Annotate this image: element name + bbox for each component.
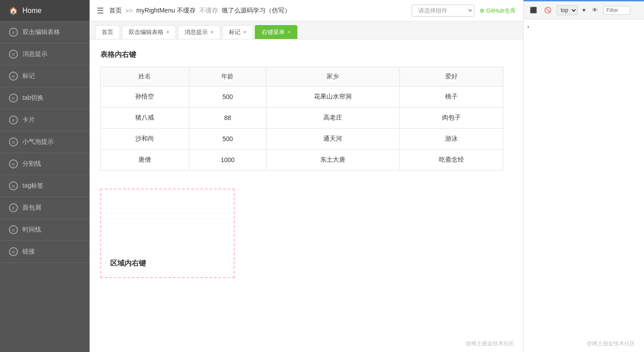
sidebar-label-link: 链接: [22, 248, 35, 256]
component-select[interactable]: 请选择组件: [412, 4, 474, 17]
sidebar-label-timeline: 时间线: [22, 226, 41, 234]
table-cell-age-2: 500: [189, 129, 266, 150]
tab-bookmark-close[interactable]: ×: [243, 29, 246, 35]
data-table: 姓名 年龄 家乡 爱好 孙悟空 500 花果山水帘洞 桃子 猪八戒 88 高老庄: [100, 67, 503, 171]
watermark: @稀土掘金技术社区: [466, 340, 514, 348]
timeline-icon: e: [9, 225, 18, 234]
devtools-eye-btn[interactable]: 👁: [590, 6, 600, 14]
devtools-panel-toggle[interactable]: ⬛: [528, 6, 539, 14]
breadcrumb-menu[interactable]: myRightMenu 不缓存: [136, 7, 195, 15]
table-col-age: 年龄: [189, 67, 266, 86]
github-icon: ⊕: [480, 7, 485, 14]
link-icon: e: [9, 247, 18, 256]
table-cell-hobby-1: 肉包子: [399, 107, 503, 129]
sidebar-label-divider: 分割线: [22, 160, 41, 168]
devtools-filter-input[interactable]: [603, 6, 630, 15]
table-cell-hobby-3: 吃斋念经: [399, 150, 503, 171]
table-cell-hobby-0: 桃子: [399, 86, 503, 107]
tab-bookmark-label: 标记: [229, 28, 240, 36]
tab-double-click-edit[interactable]: 双击编辑表格 ×: [122, 25, 176, 39]
sidebar-item-double-click-edit[interactable]: e 双击编辑表格: [0, 21, 90, 43]
github-label: GitHub仓库: [486, 7, 516, 15]
devtools-dropdown-arrow[interactable]: ▼: [581, 7, 587, 13]
table-header-row: 姓名 年龄 家乡 爱好: [101, 67, 503, 86]
tab-double-click-edit-close[interactable]: ×: [166, 29, 169, 35]
sidebar-title: Home: [22, 7, 42, 15]
table-row[interactable]: 唐僧 1000 东土大唐 吃斋念经: [101, 150, 503, 171]
card-icon: e: [9, 116, 18, 124]
sidebar-label-bubble: 小气泡提示: [22, 138, 54, 146]
top-bar: ☰ 首页 >> myRightMenu 不缓存 不缓存 饿了么源码学习（仿写） …: [90, 0, 523, 21]
divider-icon: e: [9, 159, 18, 168]
sidebar-label-message: 消息提示: [22, 50, 47, 58]
tab-double-click-edit-label: 双击编辑表格: [129, 28, 163, 36]
table-section-title: 表格内右键: [100, 50, 512, 60]
table-cell-name-3: 唐僧: [101, 150, 189, 171]
sidebar-item-link[interactable]: e 链接: [0, 241, 90, 263]
hamburger-icon[interactable]: ☰: [97, 6, 104, 16]
sidebar-item-card[interactable]: e 卡片: [0, 109, 90, 131]
sidebar-header[interactable]: 🏠 Home: [0, 0, 90, 21]
table-row[interactable]: 沙和尚 500 通天河 游泳: [101, 129, 503, 150]
github-link[interactable]: ⊕ GitHub仓库: [480, 7, 516, 15]
breadcrumb-sep2: 不缓存: [199, 7, 218, 15]
breadcrumb-home[interactable]: 首页: [109, 7, 122, 15]
breadcrumb: 首页 >> myRightMenu 不缓存 不缓存 饿了么源码学习（仿写）: [109, 7, 406, 15]
breadcrumb-sep1: >>: [125, 7, 133, 14]
tab-home-label: 首页: [102, 28, 113, 36]
sidebar-item-bookmark[interactable]: e 标记: [0, 65, 90, 87]
sidebar-label-breadcrumb: 面包屑: [22, 204, 41, 212]
tab-right-menu-label: 右键菜单: [262, 28, 285, 36]
bubble-icon: e: [9, 137, 18, 146]
tab-message-close[interactable]: ×: [210, 29, 214, 35]
sidebar-label-card: 卡片: [22, 116, 35, 124]
tab-right-menu-close[interactable]: ×: [288, 29, 291, 35]
table-col-name: 姓名: [101, 67, 189, 86]
sidebar-label-tag: tag标签: [22, 182, 43, 190]
table-cell-hometown-0: 花果山水帘洞: [266, 86, 399, 107]
table-cell-hometown-3: 东土大唐: [266, 150, 399, 171]
sidebar-item-breadcrumb[interactable]: e 面包屑: [0, 197, 90, 219]
devtools-body: ›: [524, 19, 644, 352]
tab-icon: e: [9, 94, 18, 103]
tab-home[interactable]: 首页: [95, 25, 120, 39]
breadcrumb-icon: e: [9, 203, 18, 212]
table-cell-name-2: 沙和尚: [101, 129, 189, 150]
tab-message[interactable]: 消息提示 ×: [178, 25, 220, 39]
devtools-toolbar: ⬛ 🚫 top ▼ 👁: [524, 1, 644, 19]
table-cell-age-3: 1000: [189, 150, 266, 171]
tab-bar: 首页 双击编辑表格 × 消息提示 × 标记 × 右键菜单 ×: [90, 21, 523, 39]
sidebar-item-tab[interactable]: e tab切换: [0, 87, 90, 109]
table-cell-name-0: 孙悟空: [101, 86, 189, 107]
table-row[interactable]: 猪八戒 88 高老庄 肉包子: [101, 107, 503, 129]
tab-bookmark[interactable]: 标记 ×: [222, 25, 253, 39]
table-cell-age-1: 88: [189, 107, 266, 129]
table-cell-age-0: 500: [189, 86, 266, 107]
message-icon: e: [9, 50, 18, 59]
table-cell-hobby-2: 游泳: [399, 129, 503, 150]
edit-icon: e: [9, 28, 18, 37]
dotted-area-label: 区域内右键: [110, 259, 146, 268]
devtools-expand-arrow[interactable]: ›: [527, 23, 529, 30]
table-cell-hometown-2: 通天河: [266, 129, 399, 150]
devtools-block-btn[interactable]: 🚫: [542, 6, 553, 14]
main-area: ☰ 首页 >> myRightMenu 不缓存 不缓存 饿了么源码学习（仿写） …: [90, 0, 523, 352]
sidebar-item-message[interactable]: e 消息提示: [0, 43, 90, 65]
sidebar-item-tag[interactable]: e tag标签: [0, 175, 90, 197]
tag-icon: e: [9, 181, 18, 190]
content-area: 表格内右键 姓名 年龄 家乡 爱好 孙悟空 500 花果山水帘洞 桃子 猪八: [90, 39, 523, 352]
devtools-top-select[interactable]: top: [557, 5, 578, 15]
table-cell-hometown-1: 高老庄: [266, 107, 399, 129]
bookmark-icon: e: [9, 72, 18, 81]
sidebar-item-divider[interactable]: e 分割线: [0, 153, 90, 175]
table-col-hobby: 爱好: [399, 67, 503, 86]
home-icon: 🏠: [9, 6, 18, 15]
table-row[interactable]: 孙悟空 500 花果山水帘洞 桃子: [101, 86, 503, 107]
dotted-context-area[interactable]: 区域内右键: [100, 189, 235, 278]
sidebar-label-tab: tab切换: [22, 94, 43, 102]
table-cell-name-1: 猪八戒: [101, 107, 189, 129]
sidebar-item-bubble[interactable]: e 小气泡提示: [0, 131, 90, 153]
sidebar-label-bookmark: 标记: [22, 72, 35, 80]
tab-right-menu[interactable]: 右键菜单 ×: [255, 25, 297, 39]
sidebar-item-timeline[interactable]: e 时间线: [0, 219, 90, 241]
